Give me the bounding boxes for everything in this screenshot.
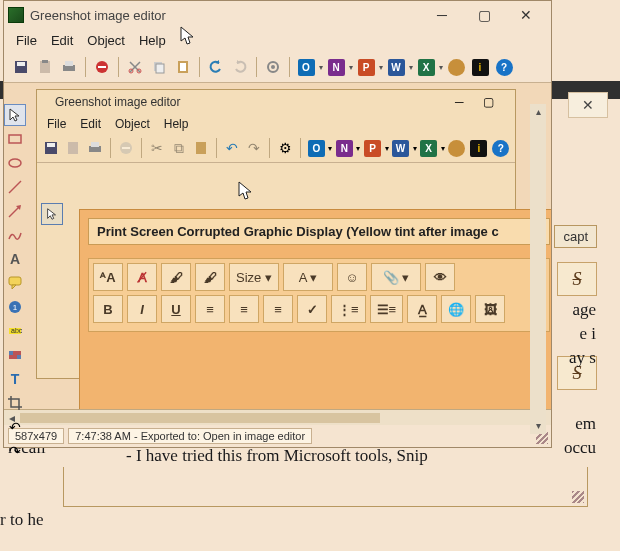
clipboard-icon[interactable] bbox=[63, 137, 83, 159]
cut-icon[interactable]: ✂ bbox=[147, 137, 167, 159]
rte-image[interactable]: 🖼 bbox=[475, 295, 505, 323]
excel-icon[interactable]: X bbox=[419, 137, 439, 159]
powerpoint-icon[interactable]: P bbox=[355, 56, 377, 78]
outlook-icon[interactable]: O bbox=[295, 56, 317, 78]
menu-file[interactable]: File bbox=[16, 33, 37, 48]
arrow-tool-icon[interactable] bbox=[4, 200, 26, 222]
rte-align-center[interactable]: ≡ bbox=[229, 295, 259, 323]
rte-align-left[interactable]: ≡ bbox=[195, 295, 225, 323]
powerpoint-icon[interactable]: P bbox=[362, 137, 382, 159]
menu-edit[interactable]: Edit bbox=[51, 33, 73, 48]
onenote-icon[interactable]: N bbox=[334, 137, 354, 159]
rte-font[interactable]: A ▾ bbox=[283, 263, 333, 291]
rte-clear-format[interactable]: A̸ bbox=[127, 263, 157, 291]
menu-file[interactable]: File bbox=[47, 117, 66, 131]
rte-font-color[interactable]: ᴬA bbox=[93, 263, 123, 291]
side-button-s1[interactable]: S bbox=[557, 262, 597, 296]
svg-text:abc: abc bbox=[11, 327, 23, 334]
settings-icon[interactable]: ⚙ bbox=[275, 137, 295, 159]
h-scrollbar[interactable]: ◂ ▸ bbox=[4, 409, 551, 425]
tab-close-button[interactable]: ✕ bbox=[568, 92, 608, 118]
help-icon[interactable]: ? bbox=[491, 137, 511, 159]
rte-tool[interactable]: 🖌 bbox=[195, 263, 225, 291]
settings-icon[interactable] bbox=[262, 56, 284, 78]
rte-attach[interactable]: 📎 ▾ bbox=[371, 263, 421, 291]
rte-list-bullet[interactable]: ⋮≡ bbox=[331, 295, 366, 323]
scroll-thumb[interactable] bbox=[20, 413, 380, 423]
svg-rect-20 bbox=[91, 142, 99, 147]
scroll-down-icon[interactable]: ▾ bbox=[530, 418, 546, 434]
rectangle-tool-icon[interactable] bbox=[4, 128, 26, 150]
onenote-icon[interactable]: N bbox=[325, 56, 347, 78]
greenshot-icon bbox=[8, 7, 24, 23]
rte-text-color[interactable]: A̲ bbox=[407, 295, 437, 323]
info-icon[interactable]: i bbox=[469, 56, 491, 78]
ellipse-tool-icon[interactable] bbox=[4, 152, 26, 174]
clipboard-icon[interactable] bbox=[34, 56, 56, 78]
cut-icon[interactable] bbox=[124, 56, 146, 78]
rte-list-number[interactable]: ☰≡ bbox=[370, 295, 404, 323]
menu-help[interactable]: Help bbox=[164, 117, 189, 131]
capture-button-fragment[interactable]: capt bbox=[554, 225, 597, 248]
bg-text-frag: occu bbox=[564, 438, 596, 458]
cursor-tool-icon[interactable] bbox=[41, 203, 63, 225]
undo-icon[interactable]: ↶ bbox=[222, 137, 242, 159]
crop-tool-icon[interactable] bbox=[4, 392, 26, 414]
freehand-tool-icon[interactable] bbox=[4, 224, 26, 246]
rte-align-right[interactable]: ≡ bbox=[263, 295, 293, 323]
palette-icon[interactable] bbox=[447, 137, 467, 159]
effect-tool-icon[interactable]: T bbox=[4, 368, 26, 390]
rte-preview[interactable]: 👁 bbox=[425, 263, 455, 291]
excel-icon[interactable]: X bbox=[415, 56, 437, 78]
rte-list-check[interactable]: ✓ bbox=[297, 295, 327, 323]
scroll-up-icon[interactable]: ▴ bbox=[530, 104, 546, 120]
delete-icon[interactable] bbox=[91, 56, 113, 78]
rte-size[interactable]: Size ▾ bbox=[229, 263, 279, 291]
menu-object[interactable]: Object bbox=[87, 33, 125, 48]
rte-italic[interactable]: I bbox=[127, 295, 157, 323]
rte-link[interactable]: 🌐 bbox=[441, 295, 471, 323]
rte-underline[interactable]: U bbox=[161, 295, 191, 323]
obfuscate-tool-icon[interactable] bbox=[4, 344, 26, 366]
copy-icon[interactable]: ⧉ bbox=[169, 137, 189, 159]
copy-icon[interactable] bbox=[148, 56, 170, 78]
counter-tool-icon[interactable]: 1 bbox=[4, 296, 26, 318]
close-button[interactable]: ✕ bbox=[505, 3, 547, 27]
help-icon[interactable]: ? bbox=[493, 56, 515, 78]
undo-icon[interactable] bbox=[205, 56, 227, 78]
word-icon[interactable]: W bbox=[391, 137, 411, 159]
menu-help[interactable]: Help bbox=[139, 33, 166, 48]
print-icon[interactable] bbox=[85, 137, 105, 159]
word-icon[interactable]: W bbox=[385, 56, 407, 78]
cursor-tool-icon[interactable] bbox=[4, 104, 26, 126]
rotate-right-icon[interactable]: ↷ bbox=[4, 440, 26, 462]
inner-minimize-button[interactable]: ─ bbox=[455, 95, 483, 109]
maximize-button[interactable]: ▢ bbox=[463, 3, 505, 27]
rotate-left-icon[interactable]: ↶ bbox=[4, 416, 26, 438]
palette-icon[interactable] bbox=[445, 56, 467, 78]
speech-bubble-tool-icon[interactable] bbox=[4, 272, 26, 294]
redo-icon[interactable] bbox=[229, 56, 251, 78]
save-icon[interactable] bbox=[41, 137, 61, 159]
v-scrollbar[interactable]: ▴ ▾ bbox=[530, 104, 546, 434]
menu-edit[interactable]: Edit bbox=[80, 117, 101, 131]
paste-icon[interactable] bbox=[191, 137, 211, 159]
line-tool-icon[interactable] bbox=[4, 176, 26, 198]
minimize-button[interactable]: ─ bbox=[421, 3, 463, 27]
resize-grip[interactable] bbox=[572, 491, 584, 503]
delete-icon[interactable] bbox=[116, 137, 136, 159]
outlook-icon[interactable]: O bbox=[306, 137, 326, 159]
rte-emoji[interactable]: ☺ bbox=[337, 263, 367, 291]
menu-object[interactable]: Object bbox=[115, 117, 150, 131]
info-icon[interactable]: i bbox=[469, 137, 489, 159]
rte-bold[interactable]: B bbox=[93, 295, 123, 323]
redo-icon[interactable]: ↷ bbox=[244, 137, 264, 159]
rte-tool[interactable]: 🖌 bbox=[161, 263, 191, 291]
save-icon[interactable] bbox=[10, 56, 32, 78]
bg-text-frag: r to he bbox=[0, 510, 43, 530]
paste-icon[interactable] bbox=[172, 56, 194, 78]
highlight-tool-icon[interactable]: abc bbox=[4, 320, 26, 342]
text-tool-icon[interactable]: A bbox=[4, 248, 26, 270]
inner-maximize-button[interactable]: ▢ bbox=[483, 95, 511, 109]
print-icon[interactable] bbox=[58, 56, 80, 78]
